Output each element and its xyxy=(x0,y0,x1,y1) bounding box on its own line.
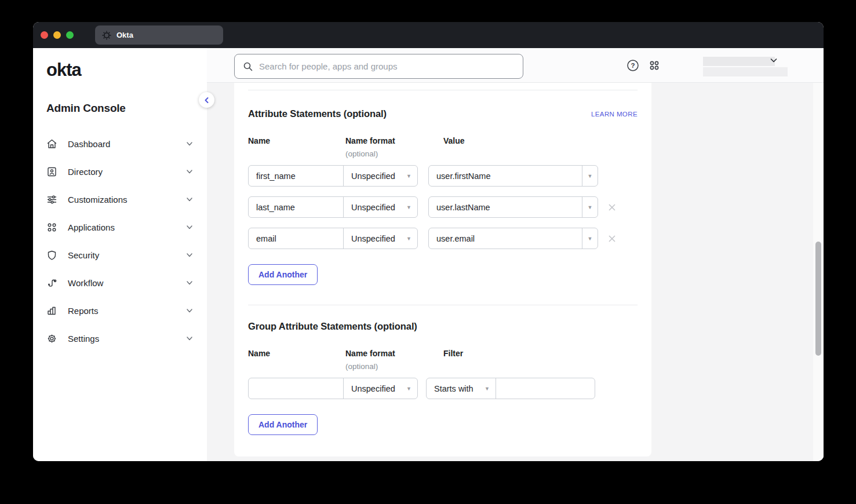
dropdown-arrow-icon: ▼ xyxy=(406,173,411,179)
chevron-left-icon xyxy=(203,97,210,104)
sidebar-nav: Dashboard Directory Customizations xyxy=(46,130,207,352)
value-combobox: ▼ xyxy=(428,196,598,218)
sidebar-item-dashboard[interactable]: Dashboard xyxy=(46,130,207,158)
chevron-down-icon xyxy=(185,279,194,287)
value-dropdown-button[interactable]: ▼ xyxy=(582,228,598,249)
okta-favicon-icon xyxy=(102,31,111,40)
filter-type-select[interactable]: Starts with ▼ xyxy=(427,378,496,399)
maximize-window-button[interactable] xyxy=(66,31,74,39)
redacted-account-org xyxy=(703,67,788,76)
add-another-attribute-button[interactable]: Add Another xyxy=(248,264,318,285)
sidebar-item-applications[interactable]: Applications xyxy=(46,213,207,241)
name-format-select[interactable]: Unspecified ▼ xyxy=(343,166,417,186)
minimize-window-button[interactable] xyxy=(53,31,61,39)
column-header-optional-note: (optional) xyxy=(345,362,443,371)
admin-console-title: Admin Console xyxy=(46,102,207,115)
redacted-account-name xyxy=(703,57,775,66)
saml-settings-card: Attribute Statements (optional) LEARN MO… xyxy=(234,83,651,456)
chevron-down-icon xyxy=(185,167,194,176)
column-header-filter: Filter xyxy=(443,349,638,358)
dropdown-arrow-icon: ▼ xyxy=(588,236,593,242)
name-and-format-group: Unspecified ▼ xyxy=(248,228,418,249)
attribute-row: Unspecified ▼ ▼ xyxy=(248,228,638,249)
attribute-name-input[interactable] xyxy=(249,228,343,249)
column-header-optional-note: (optional) xyxy=(345,149,443,158)
app-switcher-icon[interactable] xyxy=(648,59,661,72)
sidebar-item-label: Workflow xyxy=(68,278,185,288)
column-header-name: Name xyxy=(248,349,345,358)
browser-tab[interactable]: Okta xyxy=(95,25,223,45)
chevron-down-icon xyxy=(769,56,778,65)
global-search[interactable] xyxy=(234,54,523,79)
workflow-icon xyxy=(46,277,57,288)
sidebar-item-label: Dashboard xyxy=(68,139,185,149)
chevron-down-icon xyxy=(185,306,194,315)
attribute-name-input[interactable] xyxy=(249,197,343,217)
name-format-select[interactable]: Unspecified ▼ xyxy=(343,228,417,249)
remove-row-button[interactable] xyxy=(607,234,617,243)
attribute-value-input[interactable] xyxy=(429,228,582,249)
name-format-value: Unspecified xyxy=(351,384,395,393)
chevron-down-icon xyxy=(185,195,194,203)
sidebar: okta Admin Console Dashboard xyxy=(33,48,207,461)
sidebar-item-label: Applications xyxy=(68,222,185,232)
filter-group: Starts with ▼ xyxy=(426,378,595,399)
dropdown-arrow-icon: ▼ xyxy=(588,173,593,179)
scrollbar-thumb[interactable] xyxy=(815,242,821,356)
attribute-row: Unspecified ▼ ▼ xyxy=(248,196,638,218)
group-attribute-statements-title: Group Attribute Statements (optional) xyxy=(248,321,417,332)
sidebar-item-security[interactable]: Security xyxy=(46,241,207,269)
sidebar-item-workflow[interactable]: Workflow xyxy=(46,269,207,297)
attribute-name-input[interactable] xyxy=(249,166,343,186)
name-and-format-group: Unspecified ▼ xyxy=(248,165,418,187)
column-header-name-format: Name format xyxy=(345,349,443,358)
section-divider xyxy=(248,90,638,90)
browser-window: Okta okta Admin Console Dashboard xyxy=(33,22,824,461)
value-dropdown-button[interactable]: ▼ xyxy=(582,197,598,217)
tab-title: Okta xyxy=(116,31,133,39)
help-icon[interactable]: ? xyxy=(626,59,639,72)
top-header-bar: ? xyxy=(207,48,824,83)
name-format-select[interactable]: Unspecified ▼ xyxy=(343,197,417,217)
sidebar-item-directory[interactable]: Directory xyxy=(46,158,207,185)
chevron-down-icon xyxy=(185,140,194,148)
sidebar-item-settings[interactable]: Settings xyxy=(46,324,207,352)
filter-value-input[interactable] xyxy=(496,378,595,399)
name-format-value: Unspecified xyxy=(351,171,395,181)
sidebar-item-reports[interactable]: Reports xyxy=(46,297,207,324)
sidebar-item-label: Directory xyxy=(68,167,185,177)
attribute-value-input[interactable] xyxy=(429,197,582,217)
column-header-value: Value xyxy=(443,136,638,145)
column-header-name: Name xyxy=(248,136,345,145)
chevron-down-icon xyxy=(185,334,194,342)
dropdown-arrow-icon: ▼ xyxy=(406,236,411,242)
window-controls xyxy=(41,31,74,39)
chevron-down-icon xyxy=(185,223,194,231)
search-input[interactable] xyxy=(259,61,515,71)
account-menu[interactable] xyxy=(703,56,790,77)
close-window-button[interactable] xyxy=(41,31,48,39)
remove-row-button[interactable] xyxy=(607,203,617,212)
browser-titlebar: Okta xyxy=(33,22,824,48)
search-icon xyxy=(243,61,253,72)
name-format-select[interactable]: Unspecified ▼ xyxy=(343,378,417,399)
learn-more-link[interactable]: LEARN MORE xyxy=(591,111,638,118)
okta-logo: okta xyxy=(46,61,207,79)
sidebar-item-customizations[interactable]: Customizations xyxy=(46,185,207,213)
shield-icon xyxy=(46,250,57,261)
value-combobox: ▼ xyxy=(428,228,598,249)
attribute-value-input[interactable] xyxy=(429,166,582,186)
sliders-icon xyxy=(46,194,57,205)
sidebar-collapse-button[interactable] xyxy=(199,92,214,108)
group-attribute-name-input[interactable] xyxy=(249,378,343,399)
attribute-statements-title: Attribute Statements (optional) xyxy=(248,108,387,119)
dropdown-arrow-icon: ▼ xyxy=(485,386,490,392)
sidebar-item-label: Security xyxy=(68,250,185,260)
value-dropdown-button[interactable]: ▼ xyxy=(582,166,598,186)
name-and-format-group: Unspecified ▼ xyxy=(248,378,418,399)
chevron-down-icon xyxy=(185,251,194,259)
add-another-group-attribute-button[interactable]: Add Another xyxy=(248,414,318,435)
filter-type-value: Starts with xyxy=(434,384,473,393)
dropdown-arrow-icon: ▼ xyxy=(588,204,593,210)
id-card-icon xyxy=(46,166,57,177)
